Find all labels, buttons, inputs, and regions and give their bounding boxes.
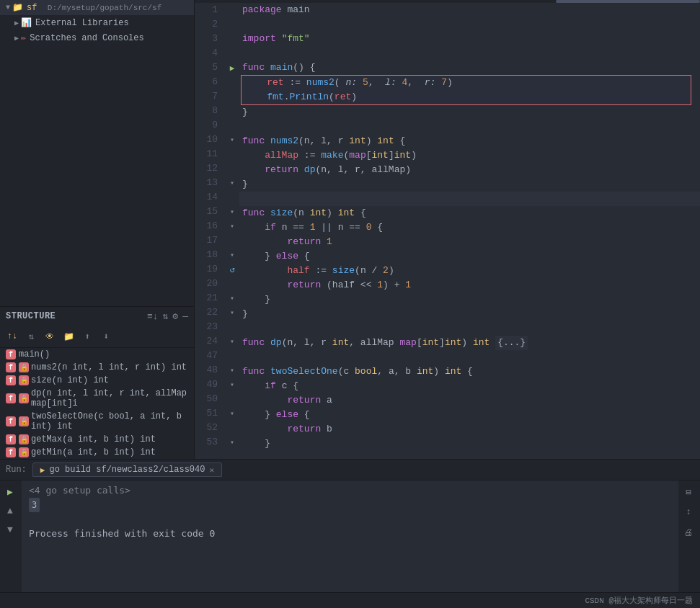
run-play-btn[interactable]: ▶ <box>3 485 17 499</box>
fold-icon-49[interactable]: ▾ <box>230 380 234 389</box>
code-line-1: package main <box>239 3 700 17</box>
structure-item-dp[interactable]: f 🔒 dp(n int, l int, r int, allMap map[i… <box>0 387 194 410</box>
library-icon: 📊 <box>21 17 32 28</box>
expand-arrow-icon: ▼ <box>6 4 10 12</box>
toolbar-expand-btn[interactable]: ⬆ <box>79 328 95 344</box>
code-line-21: } <box>239 292 700 307</box>
code-line-48: func twoSelectOne(c bool, a, b int) int … <box>239 365 700 379</box>
code-line-8: } <box>239 105 700 120</box>
refresh-icon-19: ↺ <box>229 264 234 275</box>
gutter-51: ▾ <box>225 406 239 421</box>
code-line-7: fmt.Println(ret) <box>242 90 691 104</box>
code-area[interactable]: package main import "fmt" func main() { <box>239 3 700 459</box>
status-bar: CSDN @福大大架构师每日一题 <box>0 592 700 608</box>
code-line-50: return a <box>239 393 700 408</box>
fold-icon-53[interactable]: ▾ <box>230 438 234 447</box>
fold-icon-13[interactable]: ▾ <box>230 179 234 187</box>
fold-icon-15[interactable]: ▾ <box>230 207 234 216</box>
structure-title: Structure <box>6 311 56 321</box>
fold-icon-18[interactable]: ▾ <box>230 251 234 259</box>
gutter-19: ↺ <box>225 262 239 277</box>
run-output-area: ▶ ▲ ▼ <4 go setup calls> 3 Process finis… <box>0 480 700 592</box>
output-number-badge: 3 <box>29 498 40 512</box>
code-line-2 <box>239 17 700 32</box>
side-wrap-btn[interactable]: ↕ <box>681 505 696 519</box>
gutter-10: ▾ <box>225 133 239 147</box>
run-tab-close-icon[interactable]: ✕ <box>209 465 214 475</box>
run-scroll-down-btn[interactable]: ▼ <box>3 522 17 537</box>
fold-icon-51[interactable]: ▾ <box>230 409 234 418</box>
sidebar-spacer <box>0 45 194 306</box>
sidebar-item-external-libraries[interactable]: ▶ 📊 External Libraries <box>0 15 194 30</box>
toolbar-sort-btn[interactable]: ↑↓ <box>4 328 20 344</box>
run-tab[interactable]: ▶ go build sf/newclass2/class040 ✕ <box>32 462 222 477</box>
toolbar-sort2-btn[interactable]: ⇅ <box>23 328 39 344</box>
code-line-16: if n == 1 || n == 0 { <box>239 220 700 235</box>
fold-icon-16[interactable]: ▾ <box>230 222 234 231</box>
side-clear-btn[interactable]: 🖨 <box>681 525 696 540</box>
structure-item-size[interactable]: f 🔒 size(n int) int <box>0 374 194 387</box>
scratches-icon: ✏️ <box>21 32 26 43</box>
code-line-49: if c { <box>239 379 700 393</box>
gutter-16: ▾ <box>225 219 239 233</box>
editor-scroll-area[interactable]: 1 2 3 4 5 6 7 8 9 10 11 12 13 14 15 16 1 <box>195 3 700 459</box>
function-badge-getmin: f <box>6 447 16 457</box>
output-line-setup: <4 go setup calls> <box>29 483 671 498</box>
line-numbers: 1 2 3 4 5 6 7 8 9 10 11 12 13 14 15 16 1 <box>195 3 225 459</box>
structure-item-nums2[interactable]: f 🔒 nums2(n int, l int, r int) int <box>0 361 194 374</box>
run-bar: Run: ▶ go build sf/newclass2/class040 ✕ <box>0 460 700 480</box>
toolbar-visibility-btn[interactable]: 👁 <box>42 328 58 344</box>
gutter-4 <box>225 46 239 61</box>
toolbar-folder-btn[interactable]: 📁 <box>61 328 76 344</box>
code-line-18: } else { <box>239 249 700 264</box>
code-line-13: } <box>239 177 700 192</box>
code-line-52: return b <box>239 422 700 437</box>
project-path-label: D:/mysetup/gopath/src/sf <box>48 4 161 12</box>
sidebar-project-root[interactable]: ▼ 📁 sf D:/mysetup/gopath/src/sf <box>0 0 194 15</box>
toolbar-collapse-btn[interactable]: ⬇ <box>98 328 114 344</box>
structure-item-main[interactable]: f main() <box>0 348 194 361</box>
expand-arrow-scratch-icon: ▶ <box>14 34 19 43</box>
function-badge-two: f <box>6 416 16 426</box>
code-line-23 <box>239 321 700 336</box>
structure-item-main-label: main() <box>19 349 50 359</box>
gutter-22: ▾ <box>225 305 239 320</box>
code-line-11: allMap := make(map[int]int) <box>239 148 700 163</box>
settings-icon[interactable]: ⚙ <box>172 310 178 322</box>
function-badge-getmax: f <box>6 434 16 444</box>
sort-alpha-icon[interactable]: ≡↓ <box>147 311 159 322</box>
structure-item-getMax[interactable]: f 🔒 getMax(a int, b int) int <box>0 433 194 446</box>
fold-icon-24[interactable]: ▾ <box>230 337 234 346</box>
sidebar-item-scratches[interactable]: ▶ ✏️ Scratches and Consoles <box>0 30 194 45</box>
code-line-4 <box>239 46 700 61</box>
structure-item-getMin[interactable]: f 🔒 getMin(a int, b int) int <box>0 446 194 459</box>
fold-icon-10[interactable]: ▾ <box>230 135 234 144</box>
run-scroll-up-btn[interactable]: ▲ <box>3 504 17 518</box>
external-libraries-label: External Libraries <box>35 18 129 28</box>
run-tab-label: go build sf/newclass2/class040 <box>49 465 205 475</box>
code-line-9 <box>239 120 700 134</box>
gutter-area: ▶ ▾ ▾ ▾ <box>225 3 239 459</box>
function-badge-size: f <box>6 375 16 385</box>
expand-arrow-external-icon: ▶ <box>14 19 19 27</box>
gutter-18: ▾ <box>225 248 239 262</box>
fold-icon-22[interactable]: ▾ <box>230 308 234 317</box>
side-filter-btn[interactable]: ⊟ <box>681 485 696 499</box>
minimize-icon[interactable]: — <box>182 311 188 322</box>
code-line-53: } <box>239 437 700 451</box>
sort-type-icon[interactable]: ⇅ <box>163 310 169 322</box>
structure-item-dp-label: dp(n int, l int, r int, allMap map[int]i <box>31 388 188 408</box>
fold-icon-48[interactable]: ▾ <box>230 366 234 375</box>
gutter-20 <box>225 277 239 291</box>
code-line-3: import "fmt" <box>239 32 700 46</box>
lock-badge-two: 🔒 <box>19 416 29 426</box>
gutter-49: ▾ <box>225 377 239 392</box>
lock-badge-getmin: 🔒 <box>19 447 29 457</box>
project-root-label: sf <box>27 3 48 13</box>
fold-icon-21[interactable]: ▾ <box>230 294 234 303</box>
run-output: <4 go setup calls> 3 Process finished wi… <box>22 480 678 592</box>
folder-icon: 📁 <box>12 2 23 13</box>
code-line-10: func nums2(n, l, r int) int { <box>239 134 700 148</box>
structure-item-twoSelectOne[interactable]: f 🔒 twoSelectOne(c bool, a int, b int) i… <box>0 410 194 433</box>
gutter-8 <box>225 104 239 118</box>
